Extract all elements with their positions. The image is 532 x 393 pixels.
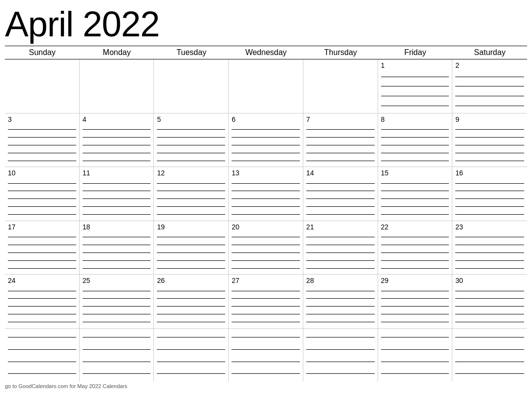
day-number: 7 <box>306 115 375 123</box>
calendar-cell[interactable]: 13 <box>229 167 303 220</box>
calendar-cell[interactable]: 27 <box>229 275 303 328</box>
calendar-cell[interactable]: 15 <box>378 167 453 220</box>
writing-line <box>157 268 225 269</box>
writing-line <box>83 349 151 350</box>
calendar-cell[interactable]: 10 <box>5 167 80 220</box>
writing-line <box>83 237 151 237</box>
writing-line <box>232 349 300 350</box>
writing-lines <box>83 125 151 165</box>
day-number: 14 <box>306 169 375 177</box>
day-number: 23 <box>455 223 524 231</box>
calendar-cell[interactable] <box>80 329 154 382</box>
calendar-cell[interactable]: 25 <box>80 275 154 328</box>
day-number: 5 <box>157 115 225 123</box>
day-number: 26 <box>157 277 225 284</box>
calendar-cell[interactable] <box>229 59 303 112</box>
writing-line <box>232 206 300 207</box>
calendar-cell[interactable]: 17 <box>5 221 80 274</box>
writing-line <box>157 349 225 350</box>
writing-line <box>157 214 225 215</box>
day-number: 27 <box>232 277 300 284</box>
calendar-cell[interactable]: 9 <box>452 113 527 167</box>
calendar-cell[interactable]: 22 <box>378 221 453 274</box>
writing-lines <box>157 125 225 165</box>
calendar-cell[interactable]: 5 <box>154 113 229 167</box>
writing-line <box>232 137 300 138</box>
calendar-row-4: 17181920212223 <box>5 221 527 275</box>
day-header-sunday: Sunday <box>5 46 80 59</box>
calendar-cell[interactable]: 26 <box>154 275 229 328</box>
calendar-cell[interactable]: 2 <box>452 59 527 112</box>
writing-line <box>381 260 449 261</box>
calendar-cell[interactable] <box>303 59 378 112</box>
writing-line <box>455 245 524 245</box>
writing-line <box>83 161 151 161</box>
calendar-cell[interactable]: 30 <box>452 275 527 328</box>
calendar-cell[interactable] <box>229 329 303 382</box>
calendar-cell[interactable]: 14 <box>303 167 378 220</box>
calendar-cell[interactable]: 3 <box>5 113 80 167</box>
calendar-cell[interactable]: 6 <box>229 113 303 167</box>
writing-line <box>381 253 449 253</box>
writing-lines <box>455 286 524 326</box>
writing-line <box>83 268 151 269</box>
writing-line <box>306 291 375 291</box>
writing-lines <box>83 178 151 218</box>
calendar-cell[interactable]: 23 <box>452 221 527 274</box>
calendar-cell[interactable]: 19 <box>154 221 229 274</box>
calendar-cell[interactable]: 29 <box>378 275 453 328</box>
writing-line <box>157 137 225 138</box>
calendar-cell[interactable] <box>80 59 154 112</box>
day-number: 28 <box>306 277 375 284</box>
writing-line <box>157 206 225 207</box>
calendar-cell[interactable] <box>378 329 453 382</box>
writing-lines <box>306 331 375 380</box>
writing-line <box>157 253 225 253</box>
writing-line <box>232 198 300 199</box>
calendar-cell[interactable]: 28 <box>303 275 378 328</box>
writing-line <box>83 183 151 184</box>
calendar-cell[interactable] <box>154 59 229 112</box>
writing-line <box>306 161 375 161</box>
writing-line <box>455 322 524 322</box>
calendar-cell[interactable]: 16 <box>452 167 527 220</box>
writing-line <box>306 183 375 184</box>
calendar-cell[interactable] <box>5 59 80 112</box>
writing-line <box>232 145 300 145</box>
writing-line <box>381 183 449 184</box>
writing-line <box>455 362 524 362</box>
writing-lines <box>381 178 449 218</box>
writing-line <box>157 145 225 145</box>
writing-lines <box>455 178 524 218</box>
writing-line <box>8 237 76 237</box>
calendar-cell[interactable]: 8 <box>378 113 453 167</box>
writing-line <box>455 198 524 199</box>
calendar-cell[interactable]: 12 <box>154 167 229 220</box>
day-number: 21 <box>306 223 375 231</box>
writing-line <box>83 245 151 245</box>
writing-line <box>8 145 76 145</box>
writing-line <box>306 349 375 350</box>
calendar-cell[interactable]: 18 <box>80 221 154 274</box>
writing-line <box>455 298 524 299</box>
calendar-cell[interactable] <box>5 329 80 382</box>
calendar-cell[interactable]: 1 <box>378 59 453 112</box>
calendar-cell[interactable]: 11 <box>80 167 154 220</box>
calendar-cell[interactable] <box>452 329 527 382</box>
writing-line <box>455 373 524 374</box>
calendar-cell[interactable]: 4 <box>80 113 154 167</box>
calendar-cell[interactable]: 21 <box>303 221 378 274</box>
calendar-cell[interactable]: 24 <box>5 275 80 328</box>
calendar-cell[interactable]: 20 <box>229 221 303 274</box>
writing-lines <box>455 232 524 272</box>
calendar-cell[interactable] <box>154 329 229 382</box>
calendar-cell[interactable]: 7 <box>303 113 378 167</box>
writing-line <box>8 298 76 299</box>
calendar-cell[interactable] <box>303 329 378 382</box>
writing-line <box>381 337 449 337</box>
writing-line <box>232 268 300 269</box>
writing-lines <box>232 286 300 326</box>
writing-line <box>381 237 449 237</box>
writing-lines <box>232 232 300 272</box>
writing-line <box>455 306 524 307</box>
